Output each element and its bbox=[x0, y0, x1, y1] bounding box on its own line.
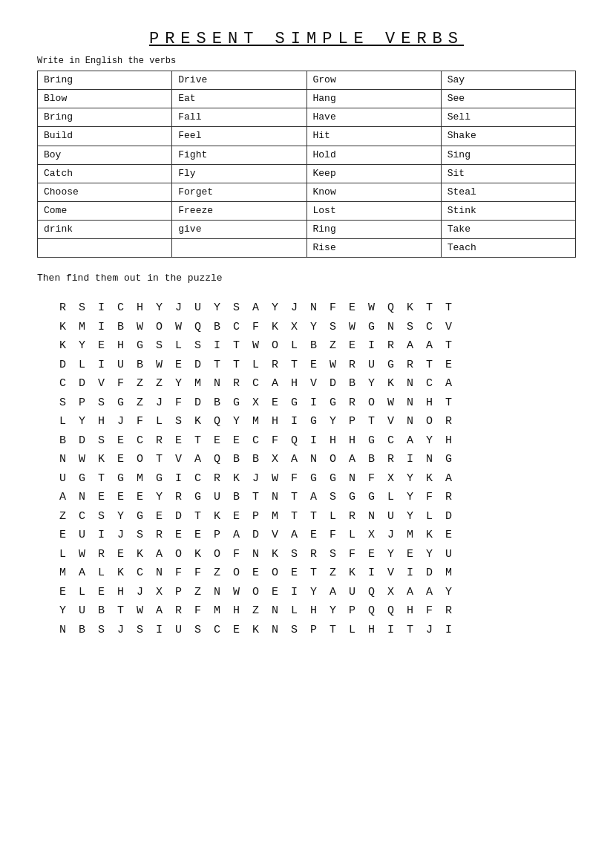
verb-cell: Have bbox=[306, 108, 441, 127]
verb-cell: Sing bbox=[441, 146, 575, 164]
verb-cell: Bring bbox=[38, 71, 172, 90]
verb-cell: Shake bbox=[441, 127, 575, 146]
puzzle-row: S P S G Z J F D B G X E G I G R O W N H … bbox=[59, 394, 576, 413]
verb-cell: Take bbox=[441, 221, 575, 239]
verb-cell bbox=[172, 239, 306, 258]
verb-table: BringDriveGrowSayBlowEatHangSeeBringFall… bbox=[37, 71, 576, 258]
verb-cell: Come bbox=[38, 201, 172, 220]
puzzle-row: N W K E O T V A Q B B X A N O A B R I N … bbox=[59, 450, 576, 469]
verb-cell: Lost bbox=[306, 201, 441, 220]
puzzle-row: D L I U B W E D T T L R T E W R U G R T … bbox=[59, 356, 576, 375]
puzzle-row: Z C S Y G E D T K E P M T T L R N U Y L … bbox=[59, 507, 576, 526]
verb-cell: Stink bbox=[441, 201, 575, 220]
verb-cell: Say bbox=[441, 71, 575, 90]
puzzle-row: M A L K C N F F Z O E O E T Z K I V I D … bbox=[59, 564, 576, 583]
verb-cell: Keep bbox=[306, 164, 441, 183]
puzzle-row: L W R E K A O K O F N K S R S F E Y E Y … bbox=[59, 545, 576, 564]
verb-cell: Teach bbox=[441, 239, 575, 258]
verb-cell: Hold bbox=[306, 146, 441, 164]
verb-cell: Fight bbox=[172, 146, 306, 164]
word-search: R S I C H Y J U Y S A Y J N F E W Q K T … bbox=[37, 298, 576, 639]
verb-cell: Hang bbox=[306, 90, 441, 108]
verb-cell: Feel bbox=[172, 127, 306, 146]
verb-cell: Fall bbox=[172, 108, 306, 127]
verb-cell: Ring bbox=[306, 221, 441, 239]
verb-cell: Know bbox=[306, 183, 441, 201]
verb-cell: Forget bbox=[172, 183, 306, 201]
puzzle-row: R S I C H Y J U Y S A Y J N F E W Q K T … bbox=[59, 298, 576, 318]
subtitle: Write in English the verbs bbox=[37, 56, 576, 66]
verb-cell bbox=[38, 239, 172, 258]
page-container: PRESENT SIMPLE VERBS Write in English th… bbox=[37, 30, 576, 639]
verb-cell: Catch bbox=[38, 164, 172, 183]
puzzle-row: Y U B T W A R F M H Z N L H Y P Q Q H F … bbox=[59, 601, 576, 621]
puzzle-row: A N E E E Y R G U B T N T A S G G L Y F … bbox=[59, 488, 576, 507]
find-text: Then find them out in the puzzle bbox=[37, 273, 576, 284]
puzzle-row: E L E H J X P Z N W O E I Y A U Q X A A … bbox=[59, 583, 576, 602]
puzzle-row: L Y H J F L S K Q Y M H I G Y P T V N O … bbox=[59, 412, 576, 431]
verb-cell: Blow bbox=[38, 90, 172, 108]
verb-cell: Build bbox=[38, 127, 172, 146]
verb-cell: Freeze bbox=[172, 201, 306, 220]
puzzle-row: K Y E H G S L S I T W O L B Z E I R A A … bbox=[59, 336, 576, 356]
page-title: PRESENT SIMPLE VERBS bbox=[37, 30, 576, 48]
verb-cell: Fly bbox=[172, 164, 306, 183]
puzzle-row: N B S J S I U S C E K N S P T L H I T J … bbox=[59, 621, 576, 640]
puzzle-row: U G T G M G I C R K J W F G G N F X Y K … bbox=[59, 469, 576, 489]
verb-cell: Choose bbox=[38, 183, 172, 201]
verb-cell: Sit bbox=[441, 164, 575, 183]
verb-cell: Boy bbox=[38, 146, 172, 164]
verb-cell: Steal bbox=[441, 183, 575, 201]
puzzle-row: B D S E C R E T E E C F Q I H H G C A Y … bbox=[59, 431, 576, 451]
verb-cell: give bbox=[172, 221, 306, 239]
puzzle-row: E U I J S R E E P A D V A E F L X J M K … bbox=[59, 526, 576, 545]
verb-cell: See bbox=[441, 90, 575, 108]
verb-cell: drink bbox=[38, 221, 172, 239]
verb-cell: Bring bbox=[38, 108, 172, 127]
puzzle-row: K M I B W O W Q B C F K X Y S W G N S C … bbox=[59, 318, 576, 337]
verb-cell: Rise bbox=[306, 239, 441, 258]
verb-cell: Grow bbox=[306, 71, 441, 90]
verb-cell: Sell bbox=[441, 108, 575, 127]
verb-cell: Drive bbox=[172, 71, 306, 90]
verb-cell: Hit bbox=[306, 127, 441, 146]
verb-cell: Eat bbox=[172, 90, 306, 108]
puzzle-row: C D V F Z Z Y M N R C A H V D B Y K N C … bbox=[59, 374, 576, 394]
